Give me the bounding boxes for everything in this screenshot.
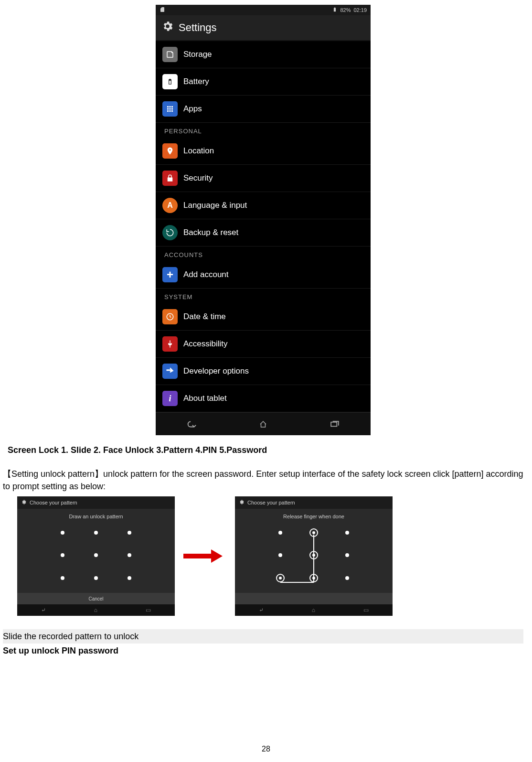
- settings-item-battery[interactable]: Battery: [156, 68, 371, 96]
- apps-icon: [162, 101, 178, 117]
- battery-icon: [332, 7, 337, 13]
- settings-item-label: Storage: [183, 50, 212, 59]
- settings-item-label: Date & time: [183, 312, 226, 322]
- battery-icon: [162, 74, 178, 89]
- pattern-hint: Draw an unlock pattern: [17, 509, 175, 521]
- settings-item-label: Apps: [183, 104, 202, 114]
- recent-icon[interactable]: [325, 419, 344, 430]
- sd-card-icon: [160, 7, 165, 13]
- page-number: 28: [0, 745, 532, 753]
- android-navbar: [156, 412, 371, 435]
- pattern-grid[interactable]: [17, 521, 175, 593]
- status-bar: 82% 02:19: [156, 5, 371, 15]
- settings-item-about[interactable]: i About tablet: [156, 385, 371, 412]
- settings-item-add-account[interactable]: + Add account: [156, 261, 371, 289]
- clock-icon: [162, 309, 178, 324]
- language-icon: A: [162, 198, 178, 213]
- section-header-system: SYSTEM: [156, 289, 371, 303]
- settings-item-label: About tablet: [183, 394, 227, 403]
- lock-icon: [162, 171, 178, 186]
- settings-item-label: Language & input: [183, 201, 247, 210]
- settings-title: Settings: [179, 21, 217, 34]
- backup-icon: [162, 225, 178, 240]
- android-navbar: ⤶ ⌂ ▭: [17, 604, 175, 616]
- settings-screenshot: 82% 02:19 Settings Storage Battery: [156, 5, 371, 435]
- home-icon[interactable]: ⌂: [94, 607, 97, 613]
- section-header-accounts: ACCOUNTS: [156, 247, 371, 261]
- location-icon: [162, 143, 178, 159]
- settings-title-bar: Settings: [156, 15, 371, 41]
- recent-icon[interactable]: ▭: [146, 607, 151, 613]
- settings-item-label: Location: [183, 146, 214, 156]
- recent-icon[interactable]: ▭: [363, 607, 369, 613]
- pattern-footer: [235, 593, 393, 604]
- battery-percent: 82%: [340, 7, 351, 13]
- settings-item-language[interactable]: A Language & input: [156, 192, 371, 219]
- pattern-title: Choose your pattern: [30, 500, 77, 505]
- home-icon[interactable]: ⌂: [312, 607, 315, 613]
- pattern-title: Choose your pattern: [247, 500, 295, 505]
- back-icon[interactable]: ⤶: [41, 607, 46, 613]
- settings-item-apps[interactable]: Apps: [156, 96, 371, 123]
- hand-icon: [162, 336, 178, 352]
- add-icon: +: [162, 267, 178, 282]
- settings-item-datetime[interactable]: Date & time: [156, 303, 371, 331]
- developer-icon: [162, 364, 178, 379]
- gear-icon: [161, 20, 174, 35]
- android-navbar: ⤶ ⌂ ▭: [235, 604, 393, 616]
- back-icon[interactable]: [182, 419, 201, 430]
- settings-item-label: Accessibility: [183, 339, 228, 349]
- pattern-paragraph: 【Setting unlock pattern】unlock pattern f…: [3, 468, 523, 493]
- pattern-screen-release: Choose your pattern Release finger when …: [235, 496, 393, 616]
- status-time: 02:19: [353, 7, 367, 13]
- back-icon[interactable]: ⤶: [259, 607, 264, 613]
- settings-item-label: Developer options: [183, 366, 249, 376]
- pattern-hint: Release finger when done: [235, 509, 393, 521]
- gear-icon: [239, 499, 245, 506]
- settings-item-location[interactable]: Location: [156, 138, 371, 165]
- section-header-personal: PERSONAL: [156, 123, 371, 138]
- setup-pin-heading: Set up unlock PIN password: [3, 644, 523, 657]
- settings-item-label: Battery: [183, 77, 209, 86]
- storage-icon: [162, 47, 178, 62]
- slide-instruction: Slide the recorded pattern to unlock: [3, 629, 523, 644]
- arrow-right-icon: [183, 549, 226, 563]
- settings-item-label: Backup & reset: [183, 228, 238, 237]
- pattern-grid[interactable]: [235, 521, 393, 593]
- screen-lock-heading: Screen Lock 1. Slide 2. Face Unlock 3.Pa…: [8, 444, 523, 456]
- settings-item-accessibility[interactable]: Accessibility: [156, 331, 371, 358]
- svg-rect-1: [331, 422, 337, 426]
- gear-icon: [21, 499, 27, 506]
- pattern-cancel-button[interactable]: Cancel: [17, 593, 175, 604]
- info-icon: i: [162, 391, 178, 406]
- settings-item-storage[interactable]: Storage: [156, 41, 371, 68]
- settings-item-label: Add account: [183, 270, 229, 279]
- pattern-screen-draw: Choose your pattern Draw an unlock patte…: [17, 496, 175, 616]
- settings-item-security[interactable]: Security: [156, 165, 371, 192]
- settings-item-label: Security: [183, 173, 213, 183]
- settings-item-developer[interactable]: Developer options: [156, 358, 371, 385]
- settings-item-backup[interactable]: Backup & reset: [156, 219, 371, 247]
- home-icon[interactable]: [254, 419, 273, 430]
